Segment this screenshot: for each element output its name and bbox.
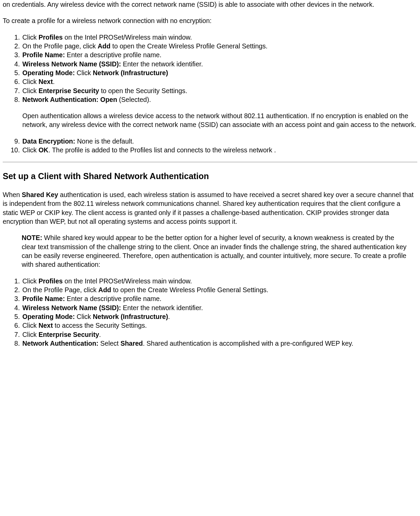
- list-item: Wireless Network Name (SSID): Enter the …: [22, 60, 417, 68]
- list-item: Click Enterprise Security to open the Se…: [22, 86, 417, 95]
- list-item: Data Encryption: None is the default.: [22, 137, 417, 146]
- list-item: Click OK. The profile is added to the Pr…: [22, 146, 417, 154]
- shared-key-paragraph: When Shared Key authentication is used, …: [3, 190, 417, 226]
- section-divider: [3, 162, 417, 163]
- list-item: Profile Name: Enter a descriptive profil…: [22, 50, 417, 59]
- intro-paragraph-2: To create a profile for a wireless netwo…: [3, 16, 417, 25]
- steps-list-shared-auth: Click Profiles on the Intel PROSet/Wirel…: [3, 277, 417, 348]
- list-item: Operating Mode: Click Network (Infrastru…: [22, 312, 417, 321]
- intro-paragraph-1: on credentials. Any wireless device with…: [3, 0, 417, 9]
- section-heading-shared-auth: Set up a Client with Shared Network Auth…: [3, 171, 417, 182]
- list-item: Network Authentication: Select Shared. S…: [22, 339, 417, 348]
- list-item: Click Profiles on the Intel PROSet/Wirel…: [22, 33, 417, 42]
- note-block: NOTE: While shared key would appear to b…: [22, 233, 417, 269]
- list-item: Operating Mode: Click Network (Infrastru…: [22, 68, 417, 77]
- list-item: On the Profile Page, click Add to open t…: [22, 285, 417, 294]
- list-item: Click Profiles on the Intel PROSet/Wirel…: [22, 277, 417, 285]
- list-item: Network Authentication: Open (Selected).…: [22, 95, 417, 129]
- open-auth-description: Open authentication allows a wireless de…: [22, 111, 417, 129]
- list-item: Click Next to access the Security Settin…: [22, 321, 417, 330]
- list-item: Click Next.: [22, 77, 417, 86]
- steps-list-no-encryption: Click Profiles on the Intel PROSet/Wirel…: [3, 33, 417, 155]
- list-item: On the Profile page, click Add to open t…: [22, 42, 417, 50]
- list-item: Click Enterprise Security.: [22, 330, 417, 339]
- list-item: Wireless Network Name (SSID): Enter the …: [22, 303, 417, 312]
- list-item: Profile Name: Enter a descriptive profil…: [22, 294, 417, 303]
